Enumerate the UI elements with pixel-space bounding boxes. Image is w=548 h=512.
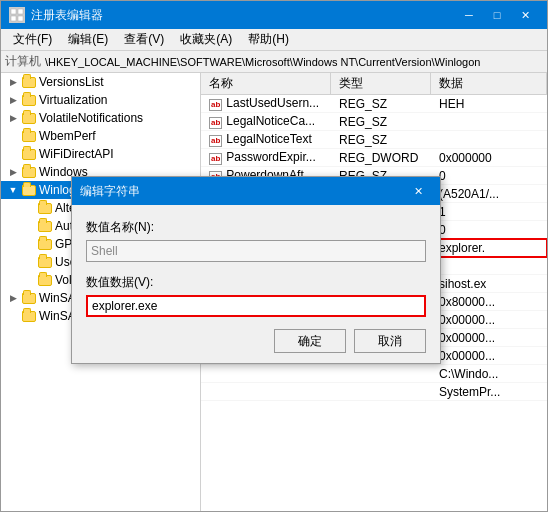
folder-icon bbox=[21, 147, 37, 161]
address-path: \HKEY_LOCAL_MACHINE\SOFTWARE\Microsoft\W… bbox=[45, 56, 480, 68]
dialog-close-button[interactable]: ✕ bbox=[404, 177, 432, 205]
folder-icon bbox=[37, 219, 53, 233]
folder-icon bbox=[21, 291, 37, 305]
value-data: 0x00000... bbox=[431, 331, 547, 345]
tree-label: Virtualization bbox=[39, 93, 107, 107]
value-data: 1 bbox=[431, 205, 547, 219]
value-data: 0 bbox=[431, 169, 547, 183]
value-data: C:\Windo... bbox=[431, 367, 547, 381]
name-field: 数值名称(N): bbox=[86, 219, 426, 262]
menu-file[interactable]: 文件(F) bbox=[5, 29, 60, 50]
svg-rect-2 bbox=[11, 16, 16, 21]
address-label: 计算机 bbox=[5, 53, 41, 70]
dialog-body: 数值名称(N): 数值数据(V): 确定 取消 bbox=[72, 205, 440, 363]
value-data: sihost.ex bbox=[431, 277, 547, 291]
folder-icon bbox=[21, 165, 37, 179]
svg-rect-0 bbox=[11, 9, 16, 14]
folder-icon bbox=[21, 129, 37, 143]
menu-help[interactable]: 帮助(H) bbox=[240, 29, 297, 50]
value-data: SystemPr... bbox=[431, 385, 547, 399]
folder-icon bbox=[37, 237, 53, 251]
value-name: abLastUsedUsern... bbox=[201, 96, 331, 111]
menu-bar: 文件(F) 编辑(E) 查看(V) 收藏夹(A) 帮助(H) bbox=[1, 29, 547, 51]
folder-icon bbox=[21, 309, 37, 323]
value-name: abPasswordExpir... bbox=[201, 150, 331, 165]
ok-button[interactable]: 确定 bbox=[274, 329, 346, 353]
value-type: REG_SZ bbox=[331, 97, 431, 111]
value-name: abLegalNoticeCa... bbox=[201, 114, 331, 129]
value-name: abLegalNoticeText bbox=[201, 132, 331, 147]
dialog-buttons: 确定 取消 bbox=[86, 329, 426, 353]
tree-item[interactable]: WiFiDirectAPI bbox=[1, 145, 200, 163]
values-header: 名称 类型 数据 bbox=[201, 73, 547, 95]
svg-rect-1 bbox=[18, 9, 23, 14]
value-type: REG_DWORD bbox=[331, 151, 431, 165]
close-button[interactable]: ✕ bbox=[511, 1, 539, 29]
value-type: REG_SZ bbox=[331, 115, 431, 129]
value-data: 0 bbox=[431, 223, 547, 237]
value-data: HEH bbox=[431, 97, 547, 111]
col-header-data: 数据 bbox=[431, 73, 547, 94]
data-label: 数值数据(V): bbox=[86, 274, 426, 291]
value-data-shell: explorer. bbox=[431, 241, 547, 255]
value-row[interactable]: abLegalNoticeText REG_SZ bbox=[201, 131, 547, 149]
folder-icon bbox=[37, 273, 53, 287]
menu-edit[interactable]: 编辑(E) bbox=[60, 29, 116, 50]
minimize-button[interactable]: ─ bbox=[455, 1, 483, 29]
value-data: 0x00000... bbox=[431, 349, 547, 363]
edit-string-dialog: 编辑字符串 ✕ 数值名称(N): 数值数据(V): 确定 取消 bbox=[71, 176, 441, 364]
data-field: 数值数据(V): bbox=[86, 274, 426, 317]
tree-arrow: ▶ bbox=[5, 293, 21, 303]
title-bar: 注册表编辑器 ─ □ ✕ bbox=[1, 1, 547, 29]
svg-rect-3 bbox=[18, 16, 23, 21]
title-bar-left: 注册表编辑器 bbox=[9, 7, 103, 24]
tree-item[interactable]: ▶ VersionsList bbox=[1, 73, 200, 91]
tree-arrow: ▶ bbox=[5, 113, 21, 123]
value-type: REG_SZ bbox=[331, 133, 431, 147]
tree-item[interactable]: ▶ VolatileNotifications bbox=[1, 109, 200, 127]
value-row[interactable]: abPasswordExpir... REG_DWORD 0x000000 bbox=[201, 149, 547, 167]
tree-label: WbemPerf bbox=[39, 129, 96, 143]
value-data: 0x000000 bbox=[431, 151, 547, 165]
value-data: (A520A1/... bbox=[431, 187, 547, 201]
value-row[interactable]: C:\Windo... bbox=[201, 365, 547, 383]
tree-label: WiFiDirectAPI bbox=[39, 147, 114, 161]
maximize-button[interactable]: □ bbox=[483, 1, 511, 29]
tree-label: VolatileNotifications bbox=[39, 111, 143, 125]
value-data: 0x80000... bbox=[431, 295, 547, 309]
registry-editor-window: 注册表编辑器 ─ □ ✕ 文件(F) 编辑(E) 查看(V) 收藏夹(A) 帮助… bbox=[0, 0, 548, 512]
tree-arrow: ▶ bbox=[5, 77, 21, 87]
menu-favorites[interactable]: 收藏夹(A) bbox=[172, 29, 240, 50]
folder-icon bbox=[21, 75, 37, 89]
folder-icon bbox=[37, 255, 53, 269]
tree-arrow: ▶ bbox=[5, 95, 21, 105]
title-bar-controls: ─ □ ✕ bbox=[455, 1, 539, 29]
dialog-title-bar: 编辑字符串 ✕ bbox=[72, 177, 440, 205]
folder-icon bbox=[21, 93, 37, 107]
folder-icon bbox=[37, 201, 53, 215]
tree-arrow: ▼ bbox=[5, 185, 21, 195]
value-row[interactable]: SystemPr... bbox=[201, 383, 547, 401]
menu-view[interactable]: 查看(V) bbox=[116, 29, 172, 50]
col-header-name: 名称 bbox=[201, 73, 331, 94]
col-header-type: 类型 bbox=[331, 73, 431, 94]
data-input[interactable] bbox=[86, 295, 426, 317]
tree-label: VersionsList bbox=[39, 75, 104, 89]
app-icon bbox=[9, 7, 25, 23]
cancel-button[interactable]: 取消 bbox=[354, 329, 426, 353]
address-bar: 计算机 \HKEY_LOCAL_MACHINE\SOFTWARE\Microso… bbox=[1, 51, 547, 73]
tree-arrow: ▶ bbox=[5, 167, 21, 177]
value-row[interactable]: abLastUsedUsern... REG_SZ HEH bbox=[201, 95, 547, 113]
value-data: 0x00000... bbox=[431, 313, 547, 327]
name-input[interactable] bbox=[86, 240, 426, 262]
dialog-title: 编辑字符串 bbox=[80, 183, 140, 200]
folder-open-icon bbox=[21, 183, 37, 197]
name-label: 数值名称(N): bbox=[86, 219, 426, 236]
tree-item[interactable]: ▶ Virtualization bbox=[1, 91, 200, 109]
folder-icon bbox=[21, 111, 37, 125]
window-title: 注册表编辑器 bbox=[31, 7, 103, 24]
tree-item[interactable]: WbemPerf bbox=[1, 127, 200, 145]
value-row[interactable]: abLegalNoticeCa... REG_SZ bbox=[201, 113, 547, 131]
